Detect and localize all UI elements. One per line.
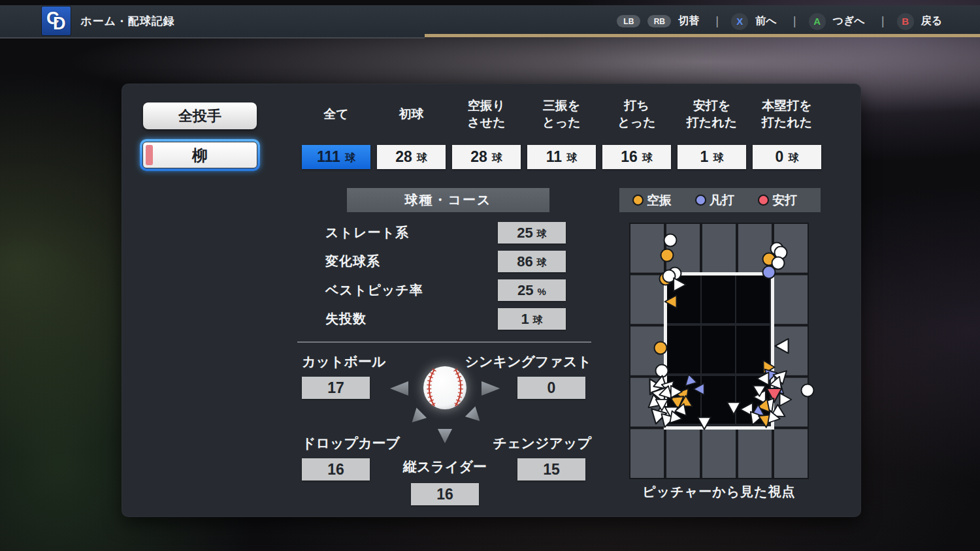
stat-column-header: 打ちとった (602, 95, 671, 133)
course-row-label: ストレート系 (325, 224, 409, 242)
course-row: 失投数1球 (325, 308, 566, 330)
stat-value-box[interactable]: 16球 (602, 145, 671, 169)
pitch-marker (670, 385, 683, 398)
out-dot-icon (695, 195, 706, 206)
pitch-label-changeup: チェンジアップ (439, 434, 591, 452)
bar-underline-right (425, 34, 980, 37)
a-key-icon[interactable]: A (809, 13, 826, 30)
course-rows: ストレート系25球変化球系86球ベストピッチ率25%失投数1球 (325, 222, 566, 337)
screen: C D ホーム・配球記録 LBRB切替|X前へ|Aつぎへ|B戻る 全投手 柳 全… (0, 0, 980, 551)
stat-value-box[interactable]: 28球 (452, 145, 521, 169)
legend-item-miss: 空振 (632, 192, 672, 209)
stat-column: 全て111球 (302, 95, 370, 169)
stat-column: 本塁打を打たれた0球 (753, 95, 821, 169)
pitch-marker (672, 277, 687, 292)
pitcher-name: 柳 (192, 145, 208, 166)
stat-column-header: 安打を打たれた (678, 95, 746, 133)
b-key-icon[interactable]: B (897, 13, 914, 30)
stat-column: 安打を打たれた1球 (678, 95, 746, 169)
legend-label: 空振 (647, 192, 672, 209)
pitch-marker (664, 294, 678, 309)
controller-hints: LBRB切替|X前へ|Aつぎへ|B戻る (617, 5, 946, 37)
stat-value-box[interactable]: 11球 (527, 145, 596, 169)
stat-column: 初球28球 (377, 95, 446, 169)
miss-dot-icon (632, 195, 644, 206)
control-label: つぎへ (833, 14, 865, 28)
course-row-value: 86球 (498, 251, 566, 272)
baseball-icon (421, 364, 469, 412)
section-divider (297, 341, 591, 343)
team-logo-icon: C D (42, 7, 71, 35)
course-row: ストレート系25球 (325, 222, 566, 244)
stat-column-header: 空振りさせた (452, 95, 521, 133)
page-title: ホーム・配球記録 (80, 5, 175, 37)
pitch-label-drop-curve: ドロップカーブ (302, 434, 400, 452)
separator: | (793, 14, 796, 28)
course-row-value: 25球 (498, 222, 566, 244)
pitch-markers-layer (629, 223, 809, 479)
top-bar: C D ホーム・配球記録 LBRB切替|X前へ|Aつぎへ|B戻る (0, 5, 980, 37)
pitch-count-columns: 全て111球初球28球空振りさせた28球三振をとった11球打ちとった16球安打を… (302, 95, 821, 169)
bar-underline-left (0, 37, 425, 39)
legend-item-out: 凡打 (695, 192, 734, 209)
pitch-marker (654, 341, 668, 355)
stat-column-header: 三振をとった (527, 95, 596, 133)
hit-dot-icon (758, 195, 769, 206)
pitch-location-grid (629, 223, 809, 479)
pitch-marker (801, 384, 815, 398)
stat-value-box[interactable]: 1球 (678, 145, 746, 169)
result-legend: 空振凡打安打 (619, 188, 821, 212)
stat-value-box[interactable]: 0球 (753, 145, 821, 169)
pitch-count-cutball: 17 (302, 377, 370, 399)
stat-value-box[interactable]: 28球 (377, 145, 446, 169)
all-pitchers-button[interactable]: 全投手 (143, 102, 257, 129)
lb-key-icon[interactable]: LB (617, 15, 640, 27)
course-row-label: ベストピッチ率 (325, 281, 423, 299)
selected-pitcher-button[interactable]: 柳 (140, 139, 260, 171)
course-section-title: 球種・コース (347, 188, 549, 212)
stat-value-box[interactable]: 111球 (302, 145, 370, 169)
legend-label: 安打 (772, 192, 797, 209)
pitch-marker (663, 234, 677, 247)
pitcher-color-stripe (146, 145, 153, 165)
course-row: 変化球系86球 (325, 251, 566, 272)
pitch-record-panel: 全投手 柳 全て111球初球28球空振りさせた28球三振をとった11球打ちとった… (122, 84, 861, 517)
x-key-icon[interactable]: X (731, 13, 748, 30)
pitch-marker (661, 248, 674, 262)
control-label: 切替 (678, 14, 699, 28)
separator: | (715, 14, 719, 28)
pitch-count-drop-curve: 16 (302, 458, 370, 480)
break-arrow-left (390, 381, 408, 396)
course-row: ベストピッチ率25% (325, 279, 566, 301)
pitch-count-changeup: 15 (517, 458, 585, 480)
stat-column-header: 初球 (377, 95, 446, 133)
pitch-marker (693, 383, 706, 396)
course-row-value: 25% (498, 279, 566, 301)
course-row-label: 失投数 (325, 310, 367, 328)
break-arrow-right (482, 381, 500, 396)
rb-key-icon[interactable]: RB (647, 15, 671, 27)
pitch-marker (696, 415, 711, 430)
pitch-label-vertical-slider: 縦スライダー (370, 458, 520, 476)
stat-column: 空振りさせた28球 (452, 95, 521, 169)
pitch-label-cutball: カットボール (302, 353, 385, 371)
stat-column: 打ちとった16球 (602, 95, 671, 169)
pitch-marker (774, 338, 791, 354)
stat-column-header: 本塁打を打たれた (753, 95, 821, 133)
legend-label: 凡打 (710, 192, 734, 209)
zone-caption: ピッチャーから見た視点 (613, 483, 825, 501)
control-label: 戻る (921, 14, 942, 28)
course-row-value: 1球 (498, 308, 566, 330)
control-label: 前へ (755, 14, 776, 28)
separator: | (881, 14, 885, 28)
pitch-marker (762, 265, 776, 279)
pitch-count-vertical-slider: 16 (411, 483, 479, 505)
stat-column: 三振をとった11球 (527, 95, 596, 169)
pitch-marker (766, 410, 782, 426)
stat-column-header: 全て (302, 95, 370, 133)
legend-item-hit: 安打 (758, 192, 797, 209)
pitch-count-sinking-fast: 0 (517, 377, 585, 399)
course-row-label: 変化球系 (325, 253, 380, 270)
